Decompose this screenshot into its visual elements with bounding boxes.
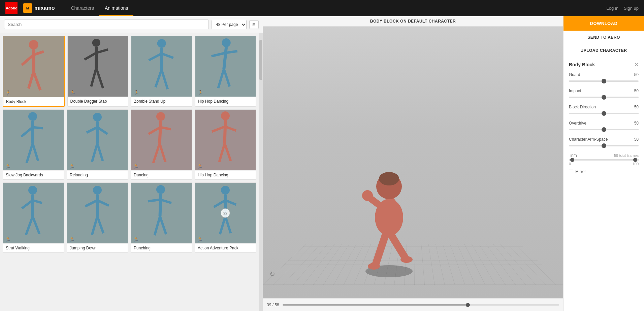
svg-line-29 [33, 143, 38, 161]
svg-line-58 [92, 216, 97, 235]
mirror-checkbox[interactable] [569, 170, 573, 174]
run-icon: 🏃 [5, 237, 11, 242]
anim-card-hiphop1[interactable]: 🏃 Hip Hop Dancing [195, 36, 256, 107]
per-page-select[interactable]: 48 Per page 24 Per page 96 Per page [212, 20, 247, 29]
anim-card-body-block[interactable]: 🏃 Body Block [3, 36, 65, 107]
slider-knob-guard[interactable] [602, 79, 606, 83]
svg-line-52 [26, 216, 33, 235]
slider-knob-armspace[interactable] [602, 143, 606, 148]
svg-line-22 [218, 69, 224, 88]
trim-range-track[interactable] [569, 159, 639, 161]
mixamo-label: mixamo [34, 5, 55, 11]
anim-thumb: 🏃 [3, 183, 64, 243]
svg-line-69 [225, 200, 236, 205]
mixamo-logo: M mixamo [23, 3, 55, 13]
trim-knob-right[interactable] [633, 158, 637, 162]
svg-line-38 [149, 127, 160, 134]
slider-knob-impact[interactable] [602, 95, 606, 100]
param-block-direction: Block Direction 50 [569, 105, 639, 116]
trim-label: Trim [569, 153, 577, 158]
anim-thumb: 🏃 [3, 36, 64, 97]
anim-card-punching[interactable]: 🏃 Punching [131, 182, 192, 253]
scroll-thumb[interactable] [259, 40, 262, 80]
svg-line-45 [225, 127, 236, 131]
send-to-aero-button[interactable]: SEND TO AERO [564, 31, 644, 44]
top-nav-links: Characters Animations [65, 0, 133, 16]
anim-thumb: 🏃 [195, 36, 256, 97]
run-icon: 🏃 [197, 237, 203, 242]
signup-button[interactable]: Sign up [624, 6, 639, 11]
svg-line-63 [160, 200, 171, 203]
card-label: Reloading [67, 170, 128, 179]
slider-knob-block[interactable] [602, 111, 606, 116]
card-label: Body Block [3, 97, 64, 106]
search-input[interactable] [4, 20, 209, 29]
svg-line-71 [225, 216, 231, 233]
top-nav: Adobe M mixamo Characters Animations Log… [0, 0, 644, 16]
svg-line-57 [97, 200, 109, 206]
grid-row: 🏃 Body Block [3, 36, 256, 107]
viewport[interactable]: BODY BLOCK ON DEFAULT CHARACTER [263, 16, 563, 298]
nav-link-characters[interactable]: Characters [65, 0, 99, 16]
left-panel: 48 Per page 24 Per page 96 Per page ⊞ [0, 16, 263, 311]
anim-card-action-pack[interactable]: 🏃 22 Action Adventure Pack [195, 182, 256, 253]
slider-track-impact [569, 97, 639, 98]
svg-point-12 [157, 39, 166, 48]
svg-line-21 [225, 51, 237, 53]
run-icon: 🏃 [133, 164, 139, 169]
anim-card-slow-jog[interactable]: 🏃 Slow Jog Backwards [3, 109, 64, 180]
right-panel: BODY BLOCK ON DEFAULT CHARACTER [263, 16, 563, 311]
scroll-track[interactable] [259, 33, 263, 311]
svg-line-74 [391, 234, 405, 258]
trim-knob-left[interactable] [570, 158, 574, 162]
side-controls: DOWNLOAD SEND TO AERO UPLOAD CHARACTER B… [563, 16, 644, 311]
svg-line-64 [155, 216, 160, 235]
anim-card-dancing[interactable]: 🏃 Dancing [131, 109, 192, 180]
timeline-thumb[interactable] [466, 303, 470, 307]
anim-thumb: 🏃 [68, 36, 128, 97]
svg-line-9 [96, 49, 108, 53]
anim-thumb: 🏃 [131, 36, 192, 97]
upload-character-button[interactable]: UPLOAD CHARACTER [564, 44, 644, 57]
login-button[interactable]: Log in [606, 6, 618, 11]
anim-card-double-dagger[interactable]: 🏃 Double Dagger Stab [67, 36, 129, 107]
svg-line-10 [91, 68, 96, 87]
anim-card-jumping-down[interactable]: 🏃 Jumping Down [67, 182, 128, 253]
svg-line-53 [33, 216, 39, 234]
anim-card-hiphop2[interactable]: 🏃 Hip Hop Dancing [195, 109, 256, 180]
controls-title-row: Body Block ✕ [569, 61, 639, 68]
card-label: Hip Hop Dancing [195, 170, 256, 179]
nav-link-animations[interactable]: Animations [99, 0, 133, 16]
timeline-track[interactable] [283, 304, 559, 306]
card-label: Jumping Down [67, 243, 128, 252]
adobe-logo-text: Adobe [6, 6, 17, 10]
svg-line-17 [162, 70, 168, 89]
anim-card-reloading[interactable]: 🏃 Reloading [67, 109, 128, 180]
card-label: Zombie Stand Up [131, 97, 192, 106]
anim-card-zombie-standup[interactable]: 🏃 Zombie Stand Up [131, 36, 192, 107]
svg-line-8 [84, 53, 96, 60]
download-button[interactable]: DOWNLOAD [564, 16, 644, 31]
svg-line-46 [219, 143, 225, 162]
card-label: Slow Jog Backwards [3, 170, 64, 179]
trim-label-row: Trim 59 total frames [569, 153, 639, 158]
timeline-fill [283, 304, 468, 306]
svg-point-36 [156, 112, 165, 121]
svg-point-76 [400, 256, 413, 263]
svg-line-32 [87, 127, 97, 133]
svg-line-26 [21, 127, 33, 137]
svg-line-62 [148, 200, 160, 201]
svg-line-11 [96, 68, 103, 88]
mixamo-icon: M [23, 3, 32, 13]
anim-card-strut-walking[interactable]: 🏃 Strut Walking [3, 182, 64, 253]
svg-point-60 [156, 185, 165, 194]
svg-point-48 [28, 186, 37, 195]
svg-line-20 [211, 53, 225, 56]
svg-line-44 [212, 127, 225, 132]
anim-thumb: 🏃 [195, 110, 256, 170]
adobe-logo: Adobe [5, 2, 18, 14]
slider-knob-overdrive[interactable] [602, 127, 606, 132]
grid-view-button[interactable]: ⊞ [249, 20, 259, 29]
controls-close-button[interactable]: ✕ [634, 61, 639, 68]
svg-point-30 [93, 113, 102, 122]
